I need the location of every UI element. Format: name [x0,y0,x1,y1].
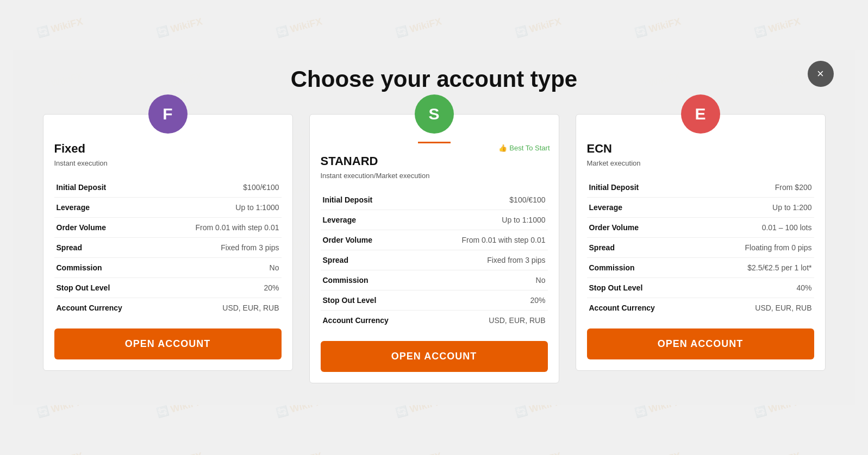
row-value: From 0.01 with step 0.01 [434,230,548,250]
row-label: Commission [587,257,701,277]
table-row: SpreadFixed from 3 pips [54,237,282,257]
row-label: Commission [321,270,434,290]
stanard-underline [418,142,451,143]
row-label: Spread [587,237,701,257]
row-label: Stop Out Level [587,277,701,298]
row-value: No [168,257,282,277]
cards-container: FFixedInstant executionInitial Deposit$1… [35,114,834,383]
row-value: USD, EUR, RUB [168,298,282,318]
row-value: From $200 [701,178,814,198]
card-stanard: SSTANARDInstant execution/Market executi… [309,114,559,383]
table-row: SpreadFixed from 3 pips [321,250,548,270]
row-label: Order Volume [587,217,701,237]
row-value: Floating from 0 pips [701,237,814,257]
table-row: Account CurrencyUSD, EUR, RUB [587,298,814,318]
row-value: 20% [168,277,282,298]
row-label: Leverage [587,197,701,217]
modal-header: Choose your account type × [35,66,834,92]
table-row: Stop Out Level40% [587,277,814,298]
card-subtitle-ecn: Market execution [587,158,814,169]
table-row: Initial DepositFrom $200 [587,178,814,198]
card-icon-ecn: E [681,94,720,134]
table-row: Commission$2.5/€2.5 per 1 lot* [587,257,814,277]
row-value: 20% [434,290,548,310]
row-value: Fixed from 3 pips [434,250,548,270]
row-value: $100/€100 [434,190,548,210]
row-label: Spread [321,250,434,270]
card-icon-fixed: F [148,94,188,134]
row-label: Spread [54,237,168,257]
row-label: Leverage [321,210,434,230]
row-value: Fixed from 3 pips [168,237,282,257]
table-row: Initial Deposit$100/€100 [54,178,282,198]
table-row: LeverageUp to 1:1000 [321,210,548,230]
table-row: LeverageUp to 1:1000 [54,197,282,217]
row-label: Initial Deposit [587,178,701,198]
row-value: 40% [701,277,814,298]
row-value: USD, EUR, RUB [701,298,814,318]
row-value: No [434,270,548,290]
row-label: Account Currency [321,310,434,330]
table-row: Stop Out Level20% [321,290,548,310]
table-row: Order VolumeFrom 0.01 with step 0.01 [321,230,548,250]
table-row: Order VolumeFrom 0.01 with step 0.01 [54,217,282,237]
table-row: Initial Deposit$100/€100 [321,190,548,210]
row-label: Account Currency [54,298,168,318]
row-value: $100/€100 [168,178,282,198]
close-button[interactable]: × [808,61,834,87]
table-row: Account CurrencyUSD, EUR, RUB [54,298,282,318]
row-label: Initial Deposit [54,178,168,198]
row-value: Up to 1:200 [701,197,814,217]
table-row: Account CurrencyUSD, EUR, RUB [321,310,548,330]
table-row: SpreadFloating from 0 pips [587,237,814,257]
open-account-button-ecn[interactable]: OPEN ACCOUNT [587,328,814,359]
row-label: Order Volume [54,217,168,237]
row-value: From 0.01 with step 0.01 [168,217,282,237]
row-value: Up to 1:1000 [434,210,548,230]
modal-container: Choose your account type × FFixedInstant… [13,50,855,405]
row-value: $2.5/€2.5 per 1 lot* [701,257,814,277]
row-label: Order Volume [321,230,434,250]
table-row: Order Volume0.01 – 100 lots [587,217,814,237]
card-icon-stanard: S [415,94,454,134]
row-label: Stop Out Level [54,277,168,298]
open-account-button-fixed[interactable]: OPEN ACCOUNT [54,328,282,359]
best-badge: 👍Best To Start [498,144,549,152]
card-subtitle-stanard: Instant execution/Market execution [321,170,548,181]
card-subtitle-fixed: Instant execution [54,158,282,169]
row-value: Up to 1:1000 [168,197,282,217]
row-label: Commission [54,257,168,277]
table-row: Stop Out Level20% [54,277,282,298]
table-ecn: Initial DepositFrom $200LeverageUp to 1:… [587,178,814,318]
card-title-ecn: ECN [587,142,814,156]
card-ecn: EECNMarket executionInitial DepositFrom … [576,114,826,371]
page-title: Choose your account type [35,66,834,92]
row-label: Leverage [54,197,168,217]
row-label: Account Currency [587,298,701,318]
row-label: Stop Out Level [321,290,434,310]
row-value: 0.01 – 100 lots [701,217,814,237]
row-label: Initial Deposit [321,190,434,210]
card-title-fixed: Fixed [54,142,282,156]
table-fixed: Initial Deposit$100/€100LeverageUp to 1:… [54,178,282,318]
table-row: CommissionNo [54,257,282,277]
card-title-stanard: STANARD [321,154,548,168]
table-row: CommissionNo [321,270,548,290]
row-value: USD, EUR, RUB [434,310,548,330]
table-row: LeverageUp to 1:200 [587,197,814,217]
card-fixed: FFixedInstant executionInitial Deposit$1… [43,114,293,371]
table-stanard: Initial Deposit$100/€100LeverageUp to 1:… [321,190,548,330]
open-account-button-stanard[interactable]: OPEN ACCOUNT [321,341,548,372]
